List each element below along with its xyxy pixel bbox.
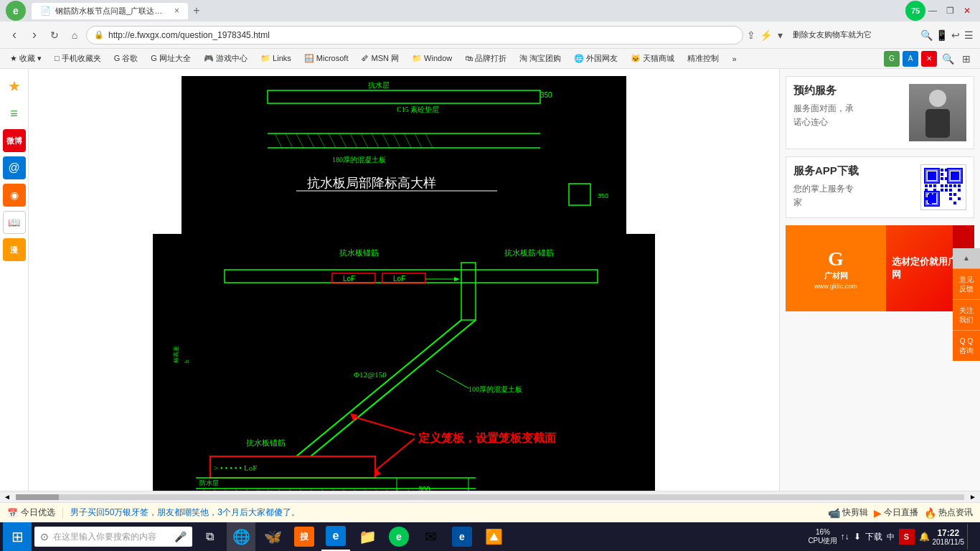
bookmark-taobao[interactable]: 淘 淘宝团购: [515, 52, 565, 65]
taskbar-ie3[interactable]: e: [448, 522, 476, 551]
kuaijianji: 📹 快剪辑: [828, 507, 868, 519]
scrollbar-thumb[interactable]: [16, 494, 59, 500]
taskbar-ie2[interactable]: e: [321, 522, 350, 551]
start-icon: ⊞: [11, 528, 24, 545]
bookmark-window[interactable]: 📁 Window: [407, 52, 456, 65]
mic-icon[interactable]: 🎤: [174, 531, 187, 542]
devices-btn[interactable]: 📱: [936, 27, 948, 44]
svg-text:100厚的混凝土板: 100厚的混凝土板: [468, 385, 522, 393]
app-desc: 您的掌上服务专家: [793, 182, 915, 209]
forward-btn[interactable]: ›: [26, 27, 43, 44]
ad-banner[interactable]: G 广材网 www.gldic.com 选材定价就用广材网 试用: [786, 225, 974, 311]
sidebar-book[interactable]: 📖: [3, 211, 26, 234]
news-headline[interactable]: 男子买回50万银牙签，朋友都嘲笑他，3个月后大家都傻了。: [70, 507, 300, 519]
lightning-btn[interactable]: ⚡: [760, 27, 772, 44]
svg-line-18: [372, 133, 379, 148]
ie3-icon: e: [452, 527, 472, 547]
bookmark-more[interactable]: »: [727, 53, 740, 65]
svg-rect-103: [941, 184, 943, 187]
bookmark-control[interactable]: 精准控制: [683, 52, 723, 65]
ext-icon-2[interactable]: A: [903, 51, 918, 67]
show-desktop-btn[interactable]: [967, 524, 971, 550]
bookmark-games[interactable]: 🎮 游戏中心: [199, 52, 252, 65]
sogou-icon: S: [899, 529, 915, 545]
main-content-area: ★ ≡ 微博 @ ◉ 📖 漫: [0, 69, 980, 491]
ext-icon-1[interactable]: G: [884, 51, 900, 67]
taskbar-folder[interactable]: 📁: [353, 522, 382, 551]
today-picks: 📅 今日优选: [7, 507, 55, 519]
bookmark-collections[interactable]: ★ 收藏 ▾: [6, 52, 46, 65]
sidebar-star[interactable]: ★: [3, 75, 26, 98]
menu-btn[interactable]: ☰: [963, 27, 974, 44]
search-nav-btn[interactable]: 🔍: [920, 27, 933, 44]
upload-icon: 🔼: [485, 528, 503, 545]
sidebar-note[interactable]: ≡: [3, 102, 26, 125]
scroll-left-btn[interactable]: ◄: [0, 491, 14, 503]
bookmark-mobile[interactable]: □ 手机收藏夹: [50, 52, 105, 65]
scroll-right-btn[interactable]: ►: [966, 491, 980, 503]
app-download-card: 服务APP下载 您的掌上服务专家: [786, 156, 974, 218]
start-button[interactable]: ⊞: [3, 522, 32, 551]
bookmark-links[interactable]: 📁 Links: [256, 52, 296, 65]
svg-text:标高差: 标高差: [173, 346, 179, 364]
svg-text:>  •  •  •  •  •  LoF: > • • • • • LoF: [214, 463, 257, 472]
taskbar-butterfly[interactable]: 🦋: [258, 522, 287, 551]
kuaijianji-icon: 📹: [828, 507, 840, 519]
taskbar-upload[interactable]: 🔼: [479, 522, 508, 551]
sidebar-game[interactable]: ◉: [3, 184, 26, 207]
float-back-top-btn[interactable]: ▲: [953, 248, 980, 268]
bookmark-foreign[interactable]: 🌐 外国网友: [570, 52, 622, 65]
svg-line-11: [296, 133, 303, 148]
task-view-btn[interactable]: ⧉: [195, 522, 224, 551]
float-opinion-btn[interactable]: 意见反馈: [953, 268, 980, 299]
share-btn[interactable]: ⇪: [746, 27, 757, 44]
sidebar-weibo[interactable]: 微博: [3, 129, 26, 152]
home-btn[interactable]: ⌂: [66, 27, 83, 44]
service-title: 预约服务: [793, 84, 903, 98]
svg-text:抗水板局部降标高大样: 抗水板局部降标高大样: [307, 176, 436, 190]
taskbar-mail[interactable]: ✉: [416, 522, 445, 551]
svg-rect-112: [949, 193, 952, 196]
address-bar[interactable]: 🔒 http://e.fwxgx.com/question_1978345.ht…: [86, 26, 743, 44]
svg-text:h: h: [184, 360, 190, 363]
svg-rect-120: [925, 189, 928, 192]
notification-icon[interactable]: 🔔: [919, 532, 930, 542]
new-tab-button[interactable]: +: [188, 2, 205, 19]
back-nav-btn[interactable]: ↩: [951, 27, 961, 44]
taskbar-search-app[interactable]: 搜: [290, 522, 319, 551]
bookmark-brand[interactable]: 🛍 品牌打折: [461, 52, 511, 65]
back-btn[interactable]: ‹: [6, 27, 23, 44]
sidebar-comic[interactable]: 漫: [3, 238, 26, 261]
close-btn[interactable]: ✕: [960, 4, 974, 18]
ie-icon: 🌐: [232, 528, 250, 545]
search-ext-icon[interactable]: 🔍: [940, 51, 956, 67]
scrollbar-track[interactable]: [16, 494, 964, 500]
hot-icon: 🔥: [924, 507, 936, 519]
tab-close-btn[interactable]: ×: [174, 6, 179, 16]
restore-btn[interactable]: ❐: [943, 4, 957, 18]
float-qq-btn[interactable]: Q Q咨询: [953, 330, 980, 361]
bookmark-google[interactable]: G 谷歌: [110, 52, 143, 65]
star-icon: ★: [8, 77, 21, 95]
taskbar-ie[interactable]: 🌐: [227, 522, 255, 551]
svg-line-10: [286, 133, 293, 148]
active-tab[interactable]: 📄 钢筋防水板节点问题_广联达服务 ×: [32, 3, 188, 19]
minimize-btn[interactable]: —: [925, 4, 940, 18]
taskbar-globe[interactable]: e: [385, 522, 413, 551]
float-follow-btn[interactable]: 关注我们: [953, 299, 980, 330]
bookmark-nav[interactable]: G 网址大全: [146, 52, 195, 65]
bookmark-microsoft[interactable]: 🪟 Microsoft: [300, 52, 353, 65]
svg-rect-101: [941, 177, 943, 180]
svg-line-12: [307, 133, 314, 148]
bookmark-msn[interactable]: 🗞 MSN 网: [357, 52, 403, 65]
taskbar-search-box[interactable]: ⊙ 在这里输入你要搜索的内容 🎤: [34, 527, 192, 547]
ext-icon-3[interactable]: ✕: [921, 51, 937, 67]
bookmark-tmall[interactable]: 🐱 天猫商城: [626, 52, 679, 65]
hot-news-label: 热点资讯: [938, 507, 973, 519]
svg-rect-24: [569, 184, 590, 205]
tray-time[interactable]: 17:22 2018/11/5: [933, 528, 965, 546]
refresh-btn[interactable]: ↻: [46, 27, 63, 44]
nav-dropdown-btn[interactable]: ▾: [775, 27, 786, 44]
sidebar-mail[interactable]: @: [3, 156, 26, 179]
grid-icon[interactable]: ⊞: [958, 51, 974, 67]
